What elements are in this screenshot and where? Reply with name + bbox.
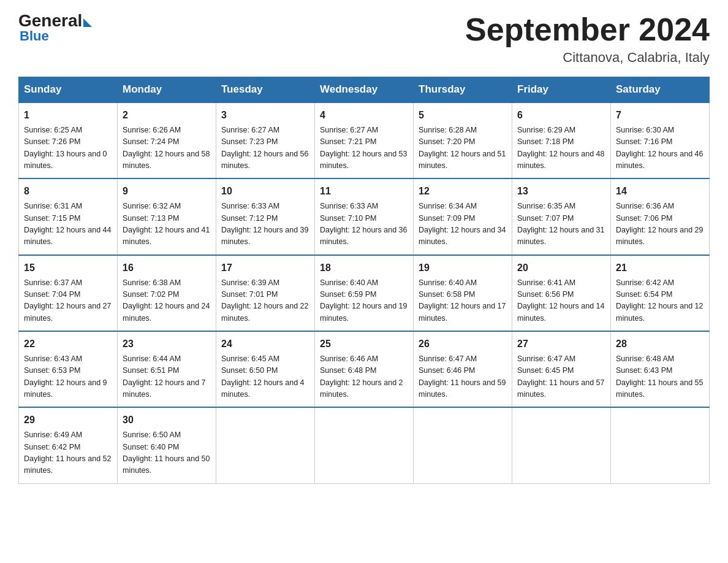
day-daylight: Daylight: 12 hours and 44 minutes. xyxy=(24,224,112,248)
day-cell: 4 Sunrise: 6:27 AM Sunset: 7:21 PM Dayli… xyxy=(315,102,414,178)
day-cell: 26 Sunrise: 6:47 AM Sunset: 6:46 PM Dayl… xyxy=(414,331,512,407)
day-sunset: Sunset: 6:45 PM xyxy=(517,365,605,377)
week-row-2: 8 Sunrise: 6:31 AM Sunset: 7:15 PM Dayli… xyxy=(19,178,710,255)
day-sunrise: Sunrise: 6:29 AM xyxy=(517,124,605,136)
day-cell: 21 Sunrise: 6:42 AM Sunset: 6:54 PM Dayl… xyxy=(611,255,710,331)
col-header-saturday: Saturday xyxy=(611,77,710,103)
day-sunset: Sunset: 7:07 PM xyxy=(517,213,605,224)
day-sunset: Sunset: 7:26 PM xyxy=(24,136,112,148)
day-daylight: Daylight: 12 hours and 36 minutes. xyxy=(320,224,408,248)
logo-triangle-icon xyxy=(83,18,92,27)
day-cell: 6 Sunrise: 6:29 AM Sunset: 7:18 PM Dayli… xyxy=(512,102,611,178)
day-sunset: Sunset: 7:01 PM xyxy=(221,289,309,301)
day-sunrise: Sunrise: 6:27 AM xyxy=(320,124,408,136)
day-number: 2 xyxy=(123,108,211,123)
day-sunset: Sunset: 7:16 PM xyxy=(616,136,704,148)
day-number: 30 xyxy=(123,413,211,428)
day-cell: 5 Sunrise: 6:28 AM Sunset: 7:20 PM Dayli… xyxy=(414,102,512,178)
day-sunset: Sunset: 6:42 PM xyxy=(24,442,112,453)
day-daylight: Daylight: 12 hours and 56 minutes. xyxy=(221,148,309,172)
week-row-5: 29 Sunrise: 6:49 AM Sunset: 6:42 PM Dayl… xyxy=(19,407,710,483)
day-cell: 25 Sunrise: 6:46 AM Sunset: 6:48 PM Dayl… xyxy=(315,331,414,407)
day-sunrise: Sunrise: 6:32 AM xyxy=(123,201,211,212)
week-row-4: 22 Sunrise: 6:43 AM Sunset: 6:53 PM Dayl… xyxy=(19,331,710,407)
col-header-wednesday: Wednesday xyxy=(315,77,414,103)
day-daylight: Daylight: 13 hours and 0 minutes. xyxy=(24,148,112,172)
day-cell: 2 Sunrise: 6:26 AM Sunset: 7:24 PM Dayli… xyxy=(118,102,216,178)
day-cell: 16 Sunrise: 6:38 AM Sunset: 7:02 PM Dayl… xyxy=(118,255,216,331)
day-daylight: Daylight: 12 hours and 19 minutes. xyxy=(320,301,408,324)
col-header-friday: Friday xyxy=(512,77,611,103)
day-cell: 8 Sunrise: 6:31 AM Sunset: 7:15 PM Dayli… xyxy=(19,178,118,255)
day-sunset: Sunset: 6:56 PM xyxy=(517,289,605,301)
day-sunset: Sunset: 7:06 PM xyxy=(616,213,704,224)
day-sunrise: Sunrise: 6:50 AM xyxy=(123,429,211,441)
day-sunrise: Sunrise: 6:44 AM xyxy=(123,353,211,365)
day-daylight: Daylight: 11 hours and 52 minutes. xyxy=(24,453,112,477)
day-sunset: Sunset: 6:46 PM xyxy=(419,365,507,377)
day-cell: 27 Sunrise: 6:47 AM Sunset: 6:45 PM Dayl… xyxy=(512,331,611,407)
day-sunrise: Sunrise: 6:31 AM xyxy=(24,201,112,212)
day-cell: 1 Sunrise: 6:25 AM Sunset: 7:26 PM Dayli… xyxy=(19,102,118,178)
day-cell: 13 Sunrise: 6:35 AM Sunset: 7:07 PM Dayl… xyxy=(512,178,611,255)
day-sunrise: Sunrise: 6:46 AM xyxy=(320,353,408,365)
day-sunrise: Sunrise: 6:41 AM xyxy=(517,277,605,289)
day-sunset: Sunset: 7:21 PM xyxy=(320,136,408,148)
day-sunrise: Sunrise: 6:26 AM xyxy=(123,124,211,136)
col-header-monday: Monday xyxy=(118,77,216,103)
day-sunrise: Sunrise: 6:48 AM xyxy=(616,353,704,365)
day-daylight: Daylight: 12 hours and 12 minutes. xyxy=(616,301,704,324)
day-sunset: Sunset: 6:40 PM xyxy=(123,442,211,453)
logo-blue: Blue xyxy=(20,28,49,44)
day-daylight: Daylight: 12 hours and 51 minutes. xyxy=(419,148,507,172)
day-sunset: Sunset: 6:59 PM xyxy=(320,289,408,301)
day-sunrise: Sunrise: 6:33 AM xyxy=(221,201,309,212)
day-sunset: Sunset: 7:23 PM xyxy=(221,136,309,148)
day-daylight: Daylight: 12 hours and 22 minutes. xyxy=(221,301,309,324)
day-daylight: Daylight: 11 hours and 50 minutes. xyxy=(123,453,211,477)
day-cell: 19 Sunrise: 6:40 AM Sunset: 6:58 PM Dayl… xyxy=(414,255,512,331)
day-cell xyxy=(512,407,611,483)
day-number: 13 xyxy=(517,184,605,199)
day-number: 24 xyxy=(221,337,309,352)
day-daylight: Daylight: 12 hours and 53 minutes. xyxy=(320,148,408,172)
day-sunset: Sunset: 7:15 PM xyxy=(24,213,112,224)
day-number: 26 xyxy=(419,337,507,352)
day-number: 6 xyxy=(517,108,605,123)
day-number: 14 xyxy=(616,184,704,199)
day-number: 16 xyxy=(123,261,211,276)
day-daylight: Daylight: 12 hours and 29 minutes. xyxy=(616,224,704,248)
day-sunrise: Sunrise: 6:39 AM xyxy=(221,277,309,289)
day-cell: 17 Sunrise: 6:39 AM Sunset: 7:01 PM Dayl… xyxy=(216,255,315,331)
day-number: 27 xyxy=(517,337,605,352)
day-number: 28 xyxy=(616,337,704,352)
title-block: September 2024 Cittanova, Calabria, Ital… xyxy=(465,12,710,66)
week-row-1: 1 Sunrise: 6:25 AM Sunset: 7:26 PM Dayli… xyxy=(19,102,710,178)
day-cell: 18 Sunrise: 6:40 AM Sunset: 6:59 PM Dayl… xyxy=(315,255,414,331)
day-cell: 24 Sunrise: 6:45 AM Sunset: 6:50 PM Dayl… xyxy=(216,331,315,407)
day-sunset: Sunset: 6:50 PM xyxy=(221,365,309,377)
day-number: 1 xyxy=(24,108,112,123)
day-cell: 22 Sunrise: 6:43 AM Sunset: 6:53 PM Dayl… xyxy=(19,331,118,407)
day-sunrise: Sunrise: 6:49 AM xyxy=(24,429,112,441)
day-sunrise: Sunrise: 6:40 AM xyxy=(419,277,507,289)
day-cell xyxy=(315,407,414,483)
day-number: 11 xyxy=(320,184,408,199)
day-sunrise: Sunrise: 6:38 AM xyxy=(123,277,211,289)
day-number: 22 xyxy=(24,337,112,352)
day-sunrise: Sunrise: 6:33 AM xyxy=(320,201,408,212)
day-daylight: Daylight: 12 hours and 34 minutes. xyxy=(419,224,507,248)
day-sunset: Sunset: 7:13 PM xyxy=(123,213,211,224)
day-number: 25 xyxy=(320,337,408,352)
day-sunset: Sunset: 6:43 PM xyxy=(616,365,704,377)
day-sunset: Sunset: 7:09 PM xyxy=(419,213,507,224)
week-row-3: 15 Sunrise: 6:37 AM Sunset: 7:04 PM Dayl… xyxy=(19,255,710,331)
day-number: 3 xyxy=(221,108,309,123)
location-subtitle: Cittanova, Calabria, Italy xyxy=(465,50,710,66)
day-cell xyxy=(611,407,710,483)
day-sunrise: Sunrise: 6:28 AM xyxy=(419,124,507,136)
day-cell: 29 Sunrise: 6:49 AM Sunset: 6:42 PM Dayl… xyxy=(19,407,118,483)
day-sunset: Sunset: 6:51 PM xyxy=(123,365,211,377)
day-cell: 9 Sunrise: 6:32 AM Sunset: 7:13 PM Dayli… xyxy=(118,178,216,255)
day-sunrise: Sunrise: 6:25 AM xyxy=(24,124,112,136)
